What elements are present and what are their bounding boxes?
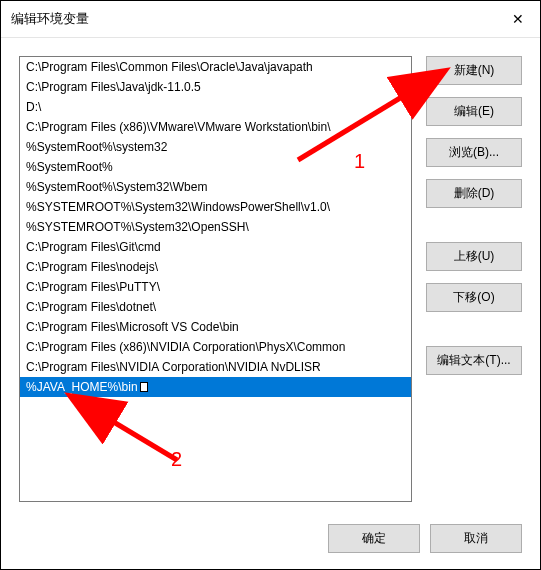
content-area: C:\Program Files\Common Files\Oracle\Jav… <box>1 38 540 512</box>
footer: 确定 取消 <box>1 512 540 569</box>
path-list-item[interactable]: C:\Program Files (x86)\VMware\VMware Wor… <box>20 117 411 137</box>
close-button[interactable]: ✕ <box>506 7 530 31</box>
annotation-label-2: 2 <box>171 448 182 471</box>
close-icon: ✕ <box>512 11 524 27</box>
path-list-item[interactable]: %SYSTEMROOT%\System32\WindowsPowerShell\… <box>20 197 411 217</box>
delete-button[interactable]: 删除(D) <box>426 179 522 208</box>
window-title: 编辑环境变量 <box>11 10 89 28</box>
cancel-button[interactable]: 取消 <box>430 524 522 553</box>
path-list-item[interactable]: D:\ <box>20 97 411 117</box>
path-list-item[interactable]: C:\Program Files\NVIDIA Corporation\NVID… <box>20 357 411 377</box>
path-list-item[interactable]: %SystemRoot%\system32 <box>20 137 411 157</box>
path-list-item[interactable]: C:\Program Files\Common Files\Oracle\Jav… <box>20 57 411 77</box>
browse-button[interactable]: 浏览(B)... <box>426 138 522 167</box>
path-list-item[interactable]: C:\Program Files\nodejs\ <box>20 257 411 277</box>
move-down-button[interactable]: 下移(O) <box>426 283 522 312</box>
new-button[interactable]: 新建(N) <box>426 56 522 85</box>
path-list-item[interactable]: %SystemRoot%\System32\Wbem <box>20 177 411 197</box>
edit-button[interactable]: 编辑(E) <box>426 97 522 126</box>
path-list-item[interactable]: C:\Program Files\PuTTY\ <box>20 277 411 297</box>
path-list-item[interactable]: C:\Program Files\Microsoft VS Code\bin <box>20 317 411 337</box>
edit-cursor-icon <box>140 382 148 392</box>
move-up-button[interactable]: 上移(U) <box>426 242 522 271</box>
ok-button[interactable]: 确定 <box>328 524 420 553</box>
path-list-item[interactable]: C:\Program Files\dotnet\ <box>20 297 411 317</box>
path-list-item[interactable]: %JAVA_HOME%\bin <box>20 377 411 397</box>
path-list-item[interactable]: %SYSTEMROOT%\System32\OpenSSH\ <box>20 217 411 237</box>
side-button-panel: 新建(N) 编辑(E) 浏览(B)... 删除(D) 上移(U) 下移(O) 编… <box>426 56 522 502</box>
titlebar: 编辑环境变量 ✕ <box>1 1 540 38</box>
dialog-window: 编辑环境变量 ✕ C:\Program Files\Common Files\O… <box>0 0 541 570</box>
path-list-item[interactable]: C:\Program Files (x86)\NVIDIA Corporatio… <box>20 337 411 357</box>
annotation-label-1: 1 <box>354 150 365 173</box>
path-list-item[interactable]: %SystemRoot% <box>20 157 411 177</box>
path-list-item[interactable]: C:\Program Files\Java\jdk-11.0.5 <box>20 77 411 97</box>
path-list[interactable]: C:\Program Files\Common Files\Oracle\Jav… <box>19 56 412 502</box>
path-list-item[interactable]: C:\Program Files\Git\cmd <box>20 237 411 257</box>
edit-text-button[interactable]: 编辑文本(T)... <box>426 346 522 375</box>
